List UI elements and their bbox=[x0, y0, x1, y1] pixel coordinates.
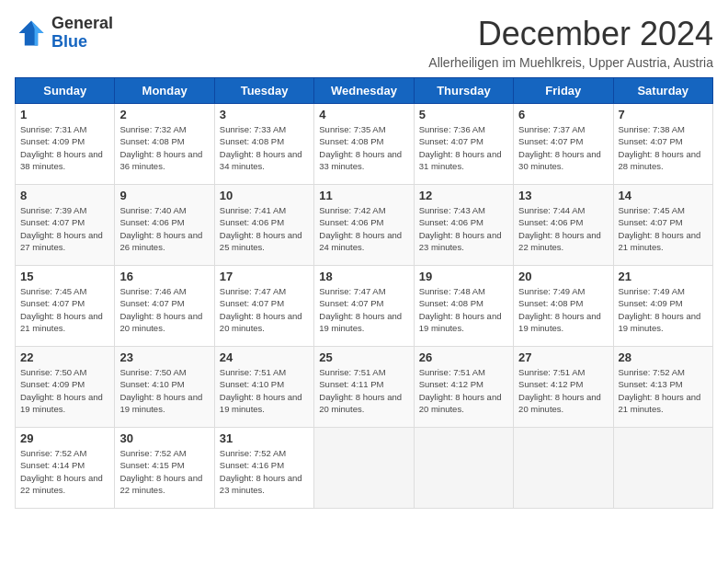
day-info: Sunrise: 7:37 AMSunset: 4:07 PMDaylight:… bbox=[518, 123, 608, 172]
calendar-day-cell bbox=[314, 428, 414, 509]
calendar-day-cell: 23Sunrise: 7:50 AMSunset: 4:10 PMDayligh… bbox=[115, 347, 214, 428]
calendar-day-cell: 15Sunrise: 7:45 AMSunset: 4:07 PMDayligh… bbox=[16, 266, 115, 347]
day-number: 28 bbox=[619, 350, 708, 364]
day-info: Sunrise: 7:51 AMSunset: 4:12 PMDaylight:… bbox=[419, 366, 508, 415]
page-header: General Blue December 2024 Allerheiligen… bbox=[15, 15, 713, 70]
month-title: December 2024 bbox=[428, 15, 713, 53]
day-info: Sunrise: 7:52 AMSunset: 4:14 PMDaylight:… bbox=[20, 447, 109, 496]
day-info: Sunrise: 7:51 AMSunset: 4:11 PMDaylight:… bbox=[319, 366, 408, 415]
day-number: 6 bbox=[518, 108, 608, 121]
day-number: 11 bbox=[319, 189, 408, 202]
day-number: 12 bbox=[419, 189, 508, 202]
day-number: 9 bbox=[119, 189, 209, 202]
calendar-day-cell: 6Sunrise: 7:37 AMSunset: 4:07 PMDaylight… bbox=[514, 104, 613, 185]
day-number: 1 bbox=[20, 108, 109, 121]
calendar-day-cell: 14Sunrise: 7:45 AMSunset: 4:07 PMDayligh… bbox=[613, 185, 712, 266]
calendar-day-cell: 7Sunrise: 7:38 AMSunset: 4:07 PMDaylight… bbox=[613, 104, 712, 185]
day-number: 20 bbox=[518, 270, 608, 283]
day-info: Sunrise: 7:50 AMSunset: 4:10 PMDaylight:… bbox=[119, 366, 209, 415]
calendar-table: SundayMondayTuesdayWednesdayThursdayFrid… bbox=[15, 77, 713, 509]
day-number: 30 bbox=[119, 431, 209, 445]
calendar-day-cell: 8Sunrise: 7:39 AMSunset: 4:07 PMDaylight… bbox=[16, 185, 115, 266]
day-info: Sunrise: 7:36 AMSunset: 4:07 PMDaylight:… bbox=[419, 123, 508, 172]
day-info: Sunrise: 7:40 AMSunset: 4:06 PMDaylight:… bbox=[119, 204, 209, 253]
day-info: Sunrise: 7:35 AMSunset: 4:08 PMDaylight:… bbox=[319, 123, 408, 172]
calendar-day-cell: 21Sunrise: 7:49 AMSunset: 4:09 PMDayligh… bbox=[613, 266, 712, 347]
day-info: Sunrise: 7:52 AMSunset: 4:15 PMDaylight:… bbox=[119, 447, 209, 496]
calendar-day-cell: 30Sunrise: 7:52 AMSunset: 4:15 PMDayligh… bbox=[115, 428, 214, 509]
day-number: 31 bbox=[220, 431, 309, 445]
calendar-day-cell: 2Sunrise: 7:32 AMSunset: 4:08 PMDaylight… bbox=[115, 104, 214, 185]
calendar-day-cell: 18Sunrise: 7:47 AMSunset: 4:07 PMDayligh… bbox=[314, 266, 414, 347]
day-info: Sunrise: 7:52 AMSunset: 4:16 PMDaylight:… bbox=[220, 447, 309, 496]
day-info: Sunrise: 7:31 AMSunset: 4:09 PMDaylight:… bbox=[20, 123, 109, 172]
day-of-week-header: Saturday bbox=[613, 78, 712, 104]
calendar-day-cell bbox=[514, 428, 613, 509]
day-info: Sunrise: 7:41 AMSunset: 4:06 PMDaylight:… bbox=[220, 204, 309, 253]
location: Allerheiligen im Muehlkreis, Upper Austr… bbox=[428, 55, 713, 70]
day-number: 18 bbox=[319, 270, 408, 283]
logo: General Blue bbox=[15, 15, 113, 52]
calendar-day-cell: 29Sunrise: 7:52 AMSunset: 4:14 PMDayligh… bbox=[16, 428, 115, 509]
logo-text: General Blue bbox=[51, 15, 113, 52]
calendar-day-cell bbox=[414, 428, 513, 509]
calendar-day-cell: 11Sunrise: 7:42 AMSunset: 4:06 PMDayligh… bbox=[314, 185, 414, 266]
day-info: Sunrise: 7:50 AMSunset: 4:09 PMDaylight:… bbox=[20, 366, 109, 415]
calendar-day-cell: 1Sunrise: 7:31 AMSunset: 4:09 PMDaylight… bbox=[16, 104, 115, 185]
calendar-day-cell: 19Sunrise: 7:48 AMSunset: 4:08 PMDayligh… bbox=[414, 266, 513, 347]
day-info: Sunrise: 7:47 AMSunset: 4:07 PMDaylight:… bbox=[319, 285, 408, 334]
calendar-day-cell: 5Sunrise: 7:36 AMSunset: 4:07 PMDaylight… bbox=[414, 104, 513, 185]
day-number: 14 bbox=[619, 189, 708, 202]
calendar-day-cell: 16Sunrise: 7:46 AMSunset: 4:07 PMDayligh… bbox=[115, 266, 214, 347]
calendar-day-cell: 20Sunrise: 7:49 AMSunset: 4:08 PMDayligh… bbox=[514, 266, 613, 347]
day-info: Sunrise: 7:48 AMSunset: 4:08 PMDaylight:… bbox=[419, 285, 508, 334]
calendar-week-row: 22Sunrise: 7:50 AMSunset: 4:09 PMDayligh… bbox=[16, 347, 713, 428]
day-info: Sunrise: 7:43 AMSunset: 4:06 PMDaylight:… bbox=[419, 204, 508, 253]
day-number: 16 bbox=[119, 270, 209, 283]
calendar-day-cell: 17Sunrise: 7:47 AMSunset: 4:07 PMDayligh… bbox=[214, 266, 313, 347]
day-number: 21 bbox=[619, 270, 708, 283]
day-number: 15 bbox=[20, 270, 109, 283]
calendar-day-cell: 12Sunrise: 7:43 AMSunset: 4:06 PMDayligh… bbox=[414, 185, 513, 266]
day-of-week-header: Sunday bbox=[16, 78, 115, 104]
calendar-day-cell: 10Sunrise: 7:41 AMSunset: 4:06 PMDayligh… bbox=[214, 185, 313, 266]
day-number: 4 bbox=[319, 108, 408, 121]
calendar-week-row: 29Sunrise: 7:52 AMSunset: 4:14 PMDayligh… bbox=[16, 428, 713, 509]
calendar-day-cell: 3Sunrise: 7:33 AMSunset: 4:08 PMDaylight… bbox=[214, 104, 313, 185]
day-info: Sunrise: 7:45 AMSunset: 4:07 PMDaylight:… bbox=[20, 285, 109, 334]
day-info: Sunrise: 7:49 AMSunset: 4:09 PMDaylight:… bbox=[619, 285, 708, 334]
day-info: Sunrise: 7:51 AMSunset: 4:12 PMDaylight:… bbox=[518, 366, 608, 415]
day-number: 13 bbox=[518, 189, 608, 202]
day-of-week-header: Friday bbox=[514, 78, 613, 104]
day-number: 10 bbox=[220, 189, 309, 202]
calendar-week-row: 8Sunrise: 7:39 AMSunset: 4:07 PMDaylight… bbox=[16, 185, 713, 266]
calendar-day-cell: 9Sunrise: 7:40 AMSunset: 4:06 PMDaylight… bbox=[115, 185, 214, 266]
day-number: 25 bbox=[319, 350, 408, 364]
day-info: Sunrise: 7:38 AMSunset: 4:07 PMDaylight:… bbox=[619, 123, 708, 172]
calendar-week-row: 1Sunrise: 7:31 AMSunset: 4:09 PMDaylight… bbox=[16, 104, 713, 185]
day-number: 22 bbox=[20, 350, 109, 364]
day-number: 19 bbox=[419, 270, 508, 283]
logo-icon bbox=[15, 17, 48, 50]
day-of-week-header: Wednesday bbox=[314, 78, 414, 104]
calendar-day-cell bbox=[613, 428, 712, 509]
day-info: Sunrise: 7:32 AMSunset: 4:08 PMDaylight:… bbox=[119, 123, 209, 172]
day-of-week-header: Thursday bbox=[414, 78, 513, 104]
day-number: 26 bbox=[419, 350, 508, 364]
day-number: 2 bbox=[119, 108, 209, 121]
calendar-day-cell: 28Sunrise: 7:52 AMSunset: 4:13 PMDayligh… bbox=[613, 347, 712, 428]
day-number: 8 bbox=[20, 189, 109, 202]
title-section: December 2024 Allerheiligen im Muehlkrei… bbox=[428, 15, 713, 70]
day-info: Sunrise: 7:46 AMSunset: 4:07 PMDaylight:… bbox=[119, 285, 209, 334]
calendar-day-cell: 27Sunrise: 7:51 AMSunset: 4:12 PMDayligh… bbox=[514, 347, 613, 428]
day-number: 5 bbox=[419, 108, 508, 121]
day-number: 3 bbox=[220, 108, 309, 121]
day-info: Sunrise: 7:49 AMSunset: 4:08 PMDaylight:… bbox=[518, 285, 608, 334]
calendar-day-cell: 31Sunrise: 7:52 AMSunset: 4:16 PMDayligh… bbox=[214, 428, 313, 509]
day-info: Sunrise: 7:44 AMSunset: 4:06 PMDaylight:… bbox=[518, 204, 608, 253]
day-info: Sunrise: 7:45 AMSunset: 4:07 PMDaylight:… bbox=[619, 204, 708, 253]
calendar-week-row: 15Sunrise: 7:45 AMSunset: 4:07 PMDayligh… bbox=[16, 266, 713, 347]
day-of-week-header: Monday bbox=[115, 78, 214, 104]
calendar-day-cell: 22Sunrise: 7:50 AMSunset: 4:09 PMDayligh… bbox=[16, 347, 115, 428]
day-number: 17 bbox=[220, 270, 309, 283]
